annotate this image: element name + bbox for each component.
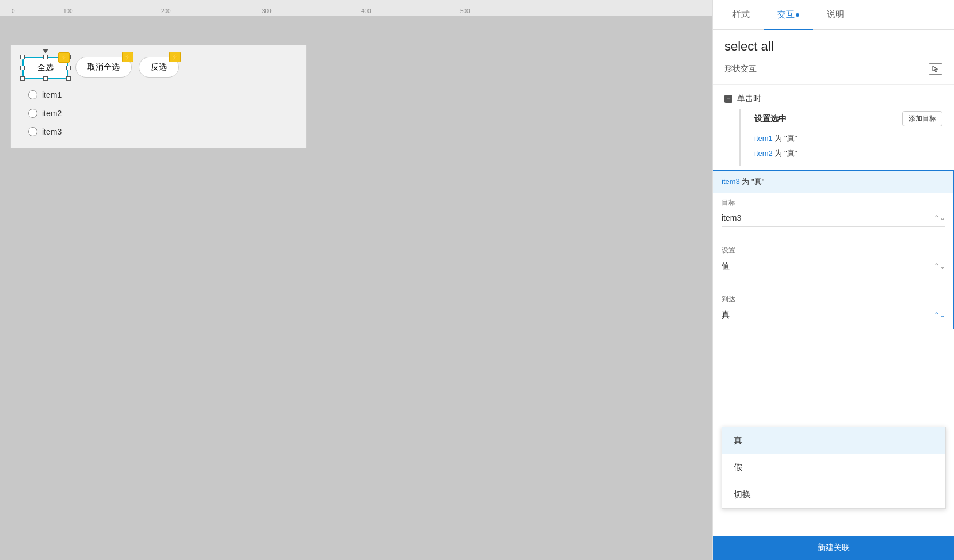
ruler-mark-100: 100 xyxy=(63,8,73,14)
form-section: 目标 item3 ⌃⌄ 设置 值 ⌃⌄ 到达 真 xyxy=(713,193,954,329)
collapse-event-button[interactable]: − xyxy=(724,95,732,103)
handle-bl xyxy=(20,76,25,81)
highlighted-item-text: item3 为 "真" xyxy=(722,177,945,187)
cancel-all-container: 取消全选 ⚡ xyxy=(75,57,132,79)
tab-description[interactable]: 说明 xyxy=(813,0,858,29)
handle-br xyxy=(66,76,71,81)
target-field-value: item3 xyxy=(722,213,741,223)
add-target-button[interactable]: 添加目标 xyxy=(902,111,942,126)
lightning-badge-3: ⚡ xyxy=(169,52,181,62)
ruler-mark-200: 200 xyxy=(161,8,171,14)
radio-item-3[interactable]: item3 xyxy=(28,127,295,136)
action-label-text: 设置选中 xyxy=(754,114,787,124)
ruler-mark-400: 400 xyxy=(361,8,371,14)
select-all-label: 全选 xyxy=(37,63,54,73)
dropdown-option-toggle[interactable]: 切换 xyxy=(722,481,945,508)
shape-interaction-header: 形状交互 xyxy=(713,59,954,79)
tab-style-label: 样式 xyxy=(732,9,750,19)
shape-interaction-label: 形状交互 xyxy=(724,64,757,74)
target-item-1-text: 为 "真" xyxy=(773,134,797,143)
lightning-badge-1: ⚡ xyxy=(58,52,70,63)
ruler-mark-0: 0 xyxy=(12,8,15,14)
canvas-area: 0 100 200 300 400 500 xyxy=(0,0,712,560)
select-all-container: 全选 ⚡ xyxy=(22,57,68,79)
handle-tl xyxy=(20,55,25,59)
target-item-1-name: item1 xyxy=(754,134,773,143)
invert-button[interactable]: 反选 ⚡ xyxy=(139,57,179,78)
panel-body: 形状交互 − 单击时 设置选中 添加目标 it xyxy=(713,59,954,560)
invert-container: 反选 ⚡ xyxy=(139,57,179,79)
target-item-2-text: 为 "真" xyxy=(773,149,797,158)
reach-field-label: 到达 xyxy=(722,294,945,304)
tab-interaction[interactable]: 交互 xyxy=(764,0,813,29)
divider-3 xyxy=(722,285,945,285)
setting-field-group: 设置 值 ⌃⌄ xyxy=(722,241,945,280)
widget-buttons: 全选 ⚡ 取消全选 ⚡ xyxy=(22,57,295,79)
handle-ml xyxy=(20,66,25,70)
lightning-icon-1: ⚡ xyxy=(60,54,68,62)
target-field-label: 目标 xyxy=(722,198,945,208)
target-chevron-icon: ⌃⌄ xyxy=(934,214,945,222)
ruler-top: 0 100 200 300 400 500 xyxy=(0,0,712,16)
cancel-all-button[interactable]: 取消全选 ⚡ xyxy=(75,57,132,78)
event-header: − 单击时 xyxy=(724,89,942,109)
radio-circle-3 xyxy=(28,127,37,136)
target-field-select[interactable]: item3 ⌃⌄ xyxy=(722,210,945,227)
cancel-all-label: 取消全选 xyxy=(87,62,120,71)
action-block: 设置选中 添加目标 item1 为 "真" item2 为 "真" xyxy=(739,109,942,166)
dropdown-option-true[interactable]: 真 xyxy=(722,427,945,454)
handle-tc xyxy=(43,55,48,59)
event-name: 单击时 xyxy=(737,94,761,104)
setting-field-select[interactable]: 值 ⌃⌄ xyxy=(722,258,945,275)
widget-panel: 全选 ⚡ 取消全选 ⚡ xyxy=(10,45,307,148)
radio-label-1: item1 xyxy=(42,90,62,99)
interaction-icon[interactable] xyxy=(929,63,942,75)
radio-circle-2 xyxy=(28,109,37,118)
target-item-2: item2 为 "真" xyxy=(754,146,942,161)
divider-2 xyxy=(722,236,945,236)
lightning-icon-3: ⚡ xyxy=(171,53,179,61)
handle-mr xyxy=(66,66,71,70)
tab-description-label: 说明 xyxy=(827,9,844,19)
cursor-icon xyxy=(932,66,940,72)
action-label-row: 设置选中 添加目标 xyxy=(754,109,942,131)
radio-circle-1 xyxy=(28,90,37,99)
canvas-content: 全选 ⚡ 取消全选 ⚡ xyxy=(0,16,712,560)
panel-title: select all xyxy=(713,30,954,59)
setting-field-label: 设置 xyxy=(722,246,945,255)
reach-field-select[interactable]: 真 ⌃⌄ xyxy=(722,306,945,324)
tab-style[interactable]: 样式 xyxy=(719,0,764,29)
reach-field-group: 到达 真 ⌃⌄ xyxy=(722,290,945,329)
select-all-button[interactable]: 全选 ⚡ xyxy=(22,57,68,79)
radio-label-3: item3 xyxy=(42,127,62,136)
dropdown-popup: 真 假 切换 xyxy=(722,427,946,509)
handle-bc xyxy=(43,76,48,81)
dropdown-option-false[interactable]: 假 xyxy=(722,454,945,481)
target-field-group: 目标 item3 ⌃⌄ xyxy=(722,193,945,231)
ruler-mark-500: 500 xyxy=(460,8,470,14)
setting-chevron-icon: ⌃⌄ xyxy=(934,262,945,270)
reach-chevron-icon: ⌃⌄ xyxy=(934,311,945,319)
event-block: − 单击时 设置选中 添加目标 item1 为 "真" item2 为 "真" xyxy=(713,89,954,166)
target-item-2-name: item2 xyxy=(754,149,773,158)
ruler-mark-300: 300 xyxy=(262,8,272,14)
right-panel: 样式 交互 说明 select all 形状交互 − 单击时 xyxy=(712,0,954,560)
target-item-1: item1 为 "真" xyxy=(754,131,942,146)
confirm-button[interactable]: 新建关联 xyxy=(713,536,954,560)
radio-label-2: item2 xyxy=(42,109,62,118)
lightning-badge-2: ⚡ xyxy=(122,52,133,62)
divider-1 xyxy=(713,84,954,85)
tab-interaction-label: 交互 xyxy=(777,9,795,19)
panel-tabs: 样式 交互 说明 xyxy=(713,0,954,30)
confirm-section: 新建关联 xyxy=(713,536,954,560)
radio-item-1[interactable]: item1 xyxy=(28,90,295,99)
setting-field-value: 值 xyxy=(722,261,730,271)
highlighted-item-suffix: 为 "真" xyxy=(740,177,764,186)
reach-field-value: 真 xyxy=(722,310,730,320)
drag-indicator xyxy=(43,49,48,53)
highlighted-item-name: item3 xyxy=(722,177,740,186)
radio-item-2[interactable]: item2 xyxy=(28,109,295,118)
highlighted-section[interactable]: item3 为 "真" xyxy=(713,170,954,193)
invert-label: 反选 xyxy=(151,62,167,71)
active-tab-dot xyxy=(796,13,799,17)
